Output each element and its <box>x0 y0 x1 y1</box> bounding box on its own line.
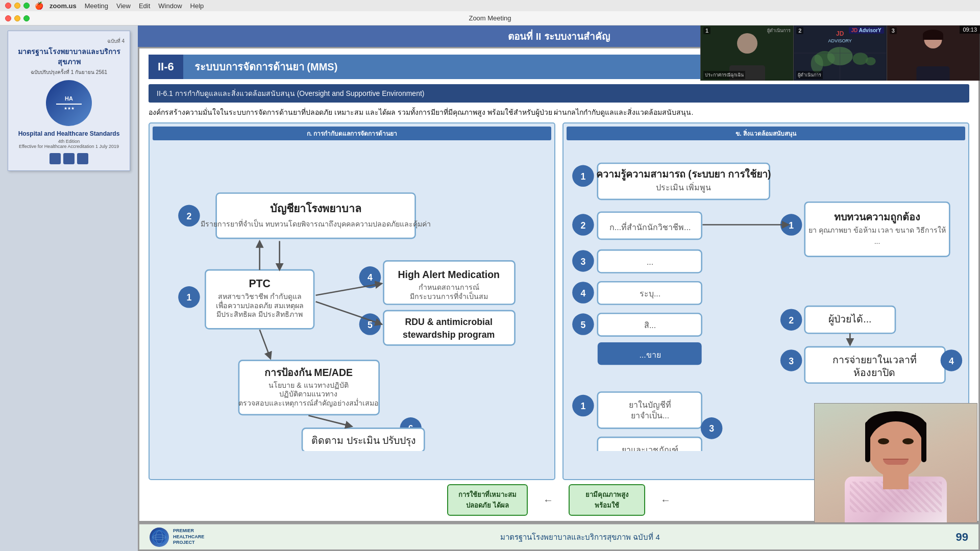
vthumb-1-num: 1 <box>703 27 710 34</box>
svg-text:ตรวจสอบและเหตุการณ์สำคัญอย่างส: ตรวจสอบและเหตุการณ์สำคัญอย่างสม่ำเสมอ <box>238 398 379 408</box>
svg-text:สิ...: สิ... <box>644 321 656 330</box>
svg-text:1: 1 <box>186 293 191 303</box>
svg-text:ก...ที่สำนักนักวิชาชีพ...: ก...ที่สำนักนักวิชาชีพ... <box>609 221 691 232</box>
window-controls[interactable] <box>5 3 30 9</box>
time-display: 09:13 <box>960 26 980 34</box>
vthumb-2-num: 2 <box>796 27 803 34</box>
vthumb-1-label2: ผู้ดำเนินการ <box>767 27 791 34</box>
book-logo: HA ★★★ <box>46 80 92 126</box>
speaker-bg <box>815 404 977 522</box>
sidebar: ฉบับที่ 4 มาตรฐานโรงพยาบาลและบริการสุขภา… <box>0 26 138 551</box>
vthumb-1-label: ประกาศกรณีฉุกเฉิน <box>703 71 745 79</box>
description: องค์กรสร้างความมั่นใจในระบบการจัดการด้าน… <box>149 107 969 118</box>
svg-text:RDU & antimicrobial: RDU & antimicrobial <box>405 317 493 327</box>
svg-text:JD: JD <box>836 30 844 37</box>
svg-text:5: 5 <box>580 320 585 330</box>
svg-text:ทบทวนความถูกต้อง: ทบทวนความถูกต้อง <box>834 211 920 223</box>
book-graphic: HA ★★★ <box>13 80 125 126</box>
svg-point-102 <box>866 57 876 65</box>
left-diagram: ก. การกำกับดแลการจัดการด้านยา 2 บัญชียาโ… <box>149 122 555 480</box>
right-diagram-title: ข. สิ่งแวดล้อมสนับสนุน <box>567 127 965 140</box>
left-diagram-title: ก. การกำกับดแลการจัดการด้านยา <box>153 127 551 140</box>
svg-text:การป้องกัน ME/ADE: การป้องกัน ME/ADE <box>264 367 353 378</box>
svg-text:ยาจำเป็น...: ยาจำเป็น... <box>631 410 669 420</box>
video-panel: 1 ประกาศกรณีฉุกเฉิน ผู้ดำเนินการ 2 JD Ad… <box>700 26 980 81</box>
svg-text:ยาในบัญชีที่: ยาในบัญชีที่ <box>629 399 671 410</box>
menu-edit[interactable]: Edit <box>139 2 150 10</box>
svg-text:การจ่ายยาในเวลาที่: การจ่ายยาในเวลาที่ <box>832 353 917 365</box>
svg-text:...: ... <box>874 237 880 245</box>
svg-point-103 <box>811 55 823 73</box>
zoom-min-btn[interactable] <box>14 15 20 21</box>
green-box-1: การใช้ยาที่เหมาะสม ปลอดภัย ได้ผล <box>447 484 528 516</box>
svg-text:บัญชียาโรงพยาบาล: บัญชียาโรงพยาบาล <box>270 202 361 215</box>
maximize-button[interactable] <box>23 3 30 9</box>
svg-text:ยาและเวชภัณฑ์: ยาและเวชภัณฑ์ <box>622 445 678 450</box>
menu-view[interactable]: View <box>116 2 131 10</box>
svg-text:...ขาย: ...ขาย <box>639 350 660 359</box>
book-subtitle-th: ฉบับปรับปรุงครั้งที่ 1 กันยายน 2561 <box>13 68 125 76</box>
svg-text:4: 4 <box>368 273 373 283</box>
arrow-left-2: ← <box>660 494 671 506</box>
svg-rect-81 <box>598 392 702 429</box>
left-diagram-svg: 2 บัญชียาโรงพยาบาล มีรายการยาที่จำเป็น ท… <box>153 143 551 451</box>
menu-meeting[interactable]: Meeting <box>85 2 108 10</box>
zoom-window-title: Zoom Meeting <box>469 14 511 22</box>
svg-text:3: 3 <box>709 424 714 434</box>
svg-text:ประเมิน เพิ่มพูน: ประเมิน เพิ่มพูน <box>656 182 711 193</box>
book-cover: ฉบับที่ 4 มาตรฐานโรงพยาบาลและบริการสุขภา… <box>8 31 130 171</box>
svg-text:ปฏิบัติตามแนวทาง: ปฏิบัติตามแนวทาง <box>279 390 337 398</box>
zoom-win-controls[interactable] <box>5 15 30 21</box>
globe-icon <box>152 530 166 544</box>
vthumb-3-num: 3 <box>890 27 897 34</box>
svg-text:ความรู้ความสามารถ (ระบบยา การใ: ความรู้ความสามารถ (ระบบยา การใช้ยา) <box>596 168 771 181</box>
book-icon-row <box>13 153 125 164</box>
menu-window[interactable]: Window <box>158 2 182 10</box>
section-number: II-6 <box>149 55 183 79</box>
minimize-button[interactable] <box>14 3 20 9</box>
svg-text:High Alert Medication: High Alert Medication <box>398 269 500 280</box>
vthumb-2-label: ผู้ดำเนินการ <box>796 71 823 79</box>
svg-text:3: 3 <box>580 257 585 267</box>
svg-text:4: 4 <box>580 288 585 298</box>
advisory-logo: JD AdvisorY <box>849 27 884 34</box>
close-button[interactable] <box>5 3 11 9</box>
green-box-2: ยามีคุณภาพสูง พร้อมใช้ <box>569 484 645 516</box>
svg-text:stewardship program: stewardship program <box>403 330 495 340</box>
svg-text:1: 1 <box>789 220 794 231</box>
macos-menubar: 🍎 zoom.us Meeting View Edit Window Help <box>0 0 980 11</box>
zoom-close-btn[interactable] <box>5 15 11 21</box>
svg-text:มีกระบวนการที่จำเป็นสม: มีกระบวนการที่จำเป็นสม <box>410 291 488 300</box>
book-title-en: Hospital and Healthcare Standards <box>13 130 125 137</box>
zoom-max-btn[interactable] <box>23 15 30 21</box>
zoom-titlebar: Zoom Meeting <box>0 11 980 26</box>
menu-app-name[interactable]: zoom.us <box>50 2 77 10</box>
book-edition: ฉบับที่ 4 <box>13 37 125 45</box>
footer-page: 99 <box>956 531 968 544</box>
svg-text:...: ... <box>647 258 653 266</box>
subsection-header: II-6.1 การกำกับดูแลและสิ่งแวดล้อมสนับสนุ… <box>149 84 969 103</box>
footer: PREMIER HEALTHCARE PROJECT มาตรฐานโรงพยา… <box>139 524 978 549</box>
svg-text:2: 2 <box>186 211 191 221</box>
svg-text:สหสาขาวิชาชีพ กำกับดูแล: สหสาขาวิชาชีพ กำกับดูแล <box>218 292 302 301</box>
svg-text:2: 2 <box>580 220 585 231</box>
premier-logo <box>150 528 169 547</box>
menu-bar: zoom.us Meeting View Edit Window Help <box>50 2 204 10</box>
footer-title: มาตรฐานโรงพยาบาลและบริการสุขภาพ ฉบับที่ … <box>500 531 660 543</box>
svg-line-26 <box>316 302 382 324</box>
book-title-th: มาตรฐานโรงพยาบาลและบริการสุขภาพ <box>13 47 125 67</box>
svg-text:ติดตาม ประเมิน ปรับปรุง: ติดตาม ประเมิน ปรับปรุง <box>311 435 416 447</box>
menu-help[interactable]: Help <box>190 2 204 10</box>
svg-line-39 <box>308 416 352 427</box>
svg-text:PTC: PTC <box>249 278 271 290</box>
svg-text:4: 4 <box>949 356 954 366</box>
svg-text:เพื่อความปลอดภัย สมเหตุผล: เพื่อความปลอดภัย สมเหตุผล <box>216 300 304 310</box>
svg-text:ADVISORY: ADVISORY <box>828 38 852 43</box>
svg-point-101 <box>853 53 868 65</box>
svg-text:มีรายการยาที่จำเป็น ทบทวนโดยพิ: มีรายการยาที่จำเป็น ทบทวนโดยพิจารณาถึงบุ… <box>201 219 431 229</box>
svg-rect-2 <box>216 193 415 239</box>
speaker-camera <box>814 403 977 523</box>
svg-text:กำหนดสถานการณ์: กำหนดสถานการณ์ <box>419 283 479 291</box>
svg-text:3: 3 <box>789 356 794 366</box>
apple-icon: 🍎 <box>35 2 43 10</box>
